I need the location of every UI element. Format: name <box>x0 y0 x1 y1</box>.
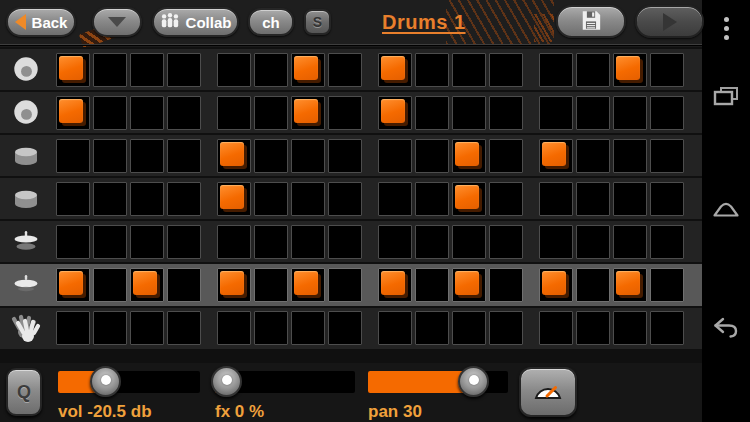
step-cell[interactable] <box>613 96 647 130</box>
back-arrow-icon[interactable] <box>702 316 750 340</box>
step-cell[interactable] <box>613 53 647 87</box>
step-cell[interactable] <box>378 268 412 302</box>
step-cell[interactable] <box>93 182 127 216</box>
step-cell[interactable] <box>613 311 647 345</box>
step-cell[interactable] <box>378 139 412 173</box>
tom-drum-icon[interactable] <box>0 142 52 170</box>
step-cell[interactable] <box>489 182 523 216</box>
step-cell[interactable] <box>539 96 573 130</box>
step-cell[interactable] <box>452 311 486 345</box>
step-cell[interactable] <box>254 139 288 173</box>
step-cell[interactable] <box>254 268 288 302</box>
step-cell[interactable] <box>452 53 486 87</box>
menu-dots-icon[interactable] <box>702 14 750 42</box>
step-cell[interactable] <box>489 139 523 173</box>
step-cell[interactable] <box>291 53 325 87</box>
step-cell[interactable] <box>291 182 325 216</box>
step-cell[interactable] <box>613 182 647 216</box>
solo-button[interactable]: S <box>304 9 331 35</box>
step-cell[interactable] <box>415 225 449 259</box>
step-cell[interactable] <box>130 311 164 345</box>
step-cell[interactable] <box>452 96 486 130</box>
step-cell[interactable] <box>613 225 647 259</box>
step-cell[interactable] <box>576 96 610 130</box>
step-cell[interactable] <box>167 268 201 302</box>
step-cell[interactable] <box>56 225 90 259</box>
step-cell[interactable] <box>489 268 523 302</box>
step-cell[interactable] <box>217 311 251 345</box>
step-cell[interactable] <box>254 182 288 216</box>
step-cell[interactable] <box>415 182 449 216</box>
step-cell[interactable] <box>217 139 251 173</box>
step-cell[interactable] <box>93 139 127 173</box>
step-cell[interactable] <box>254 96 288 130</box>
cymbal-icon[interactable] <box>0 270 52 300</box>
step-cell[interactable] <box>452 225 486 259</box>
step-cell[interactable] <box>93 53 127 87</box>
step-cell[interactable] <box>576 139 610 173</box>
step-cell[interactable] <box>452 182 486 216</box>
step-cell[interactable] <box>291 139 325 173</box>
step-cell[interactable] <box>291 311 325 345</box>
step-cell[interactable] <box>613 268 647 302</box>
step-cell[interactable] <box>650 225 684 259</box>
step-cell[interactable] <box>56 139 90 173</box>
step-cell[interactable] <box>328 96 362 130</box>
step-cell[interactable] <box>217 182 251 216</box>
step-cell[interactable] <box>539 182 573 216</box>
step-cell[interactable] <box>130 268 164 302</box>
step-cell[interactable] <box>489 311 523 345</box>
step-cell[interactable] <box>130 53 164 87</box>
step-cell[interactable] <box>167 182 201 216</box>
step-cell[interactable] <box>56 53 90 87</box>
step-cell[interactable] <box>539 225 573 259</box>
back-button[interactable]: Back <box>6 7 76 37</box>
step-cell[interactable] <box>130 96 164 130</box>
step-cell[interactable] <box>217 53 251 87</box>
step-cell[interactable] <box>576 225 610 259</box>
step-cell[interactable] <box>452 139 486 173</box>
volume-slider-track[interactable] <box>58 371 200 393</box>
step-cell[interactable] <box>217 96 251 130</box>
step-cell[interactable] <box>576 182 610 216</box>
step-cell[interactable] <box>93 225 127 259</box>
step-cell[interactable] <box>576 268 610 302</box>
step-cell[interactable] <box>93 311 127 345</box>
step-cell[interactable] <box>217 268 251 302</box>
pattern-dropdown-button[interactable] <box>92 7 142 37</box>
step-cell[interactable] <box>291 268 325 302</box>
step-cell[interactable] <box>254 53 288 87</box>
step-cell[interactable] <box>378 311 412 345</box>
step-cell[interactable] <box>93 268 127 302</box>
volume-slider-knob[interactable] <box>90 366 121 397</box>
step-cell[interactable] <box>328 225 362 259</box>
step-cell[interactable] <box>254 225 288 259</box>
step-cell[interactable] <box>650 139 684 173</box>
save-button[interactable] <box>556 5 626 38</box>
step-cell[interactable] <box>328 139 362 173</box>
step-cell[interactable] <box>328 53 362 87</box>
step-cell[interactable] <box>415 311 449 345</box>
step-cell[interactable] <box>650 53 684 87</box>
step-cell[interactable] <box>56 182 90 216</box>
step-cell[interactable] <box>650 182 684 216</box>
hihat-icon[interactable] <box>0 227 52 257</box>
step-cell[interactable] <box>415 53 449 87</box>
step-cell[interactable] <box>539 139 573 173</box>
step-cell[interactable] <box>130 182 164 216</box>
metronome-button[interactable] <box>519 367 577 417</box>
quantize-button[interactable]: Q <box>6 368 42 416</box>
step-cell[interactable] <box>167 139 201 173</box>
step-cell[interactable] <box>378 225 412 259</box>
step-cell[interactable] <box>415 268 449 302</box>
kick-drum-icon[interactable] <box>0 55 52 85</box>
step-cell[interactable] <box>328 311 362 345</box>
recent-apps-icon[interactable] <box>702 84 750 110</box>
tom-drum-icon[interactable] <box>0 185 52 213</box>
kick-drum-icon[interactable] <box>0 98 52 128</box>
pan-slider-track[interactable] <box>368 371 508 393</box>
step-cell[interactable] <box>328 268 362 302</box>
collab-button[interactable]: Collab <box>152 7 239 37</box>
step-cell[interactable] <box>93 96 127 130</box>
step-cell[interactable] <box>539 53 573 87</box>
